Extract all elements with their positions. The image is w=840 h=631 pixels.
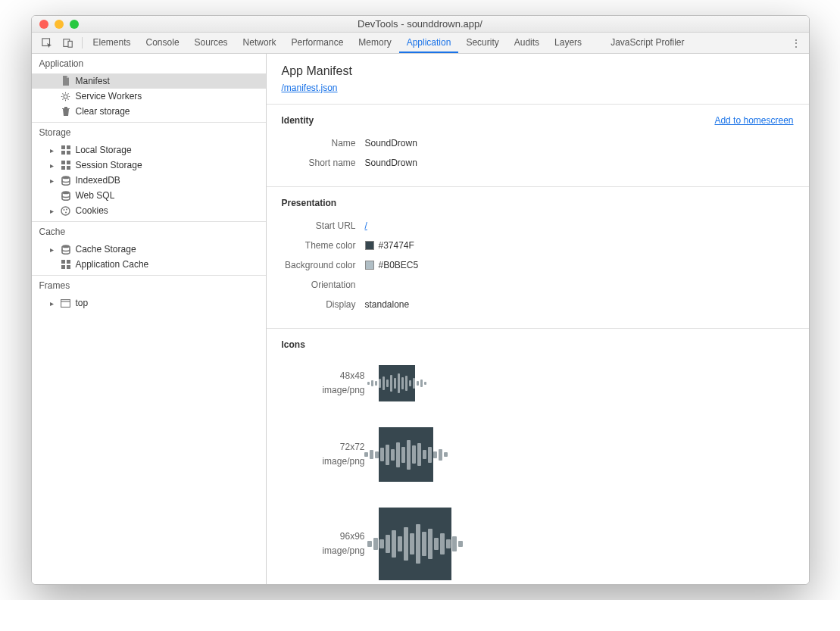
svg-rect-20 — [67, 260, 70, 264]
sidebar-item-clear-storage[interactable]: Clear storage — [32, 104, 266, 119]
icon-row-96x96: 96x96image/png — [282, 500, 794, 584]
separator — [82, 37, 83, 48]
svg-rect-19 — [61, 260, 65, 264]
app-icon-preview — [379, 365, 415, 401]
sidebar-item-cache-storage[interactable]: ▸Cache Storage — [32, 242, 266, 257]
grid-icon — [61, 160, 71, 170]
bg-swatch — [365, 261, 374, 270]
svg-rect-7 — [67, 151, 70, 155]
tab-security[interactable]: Security — [458, 33, 506, 53]
sidebar-item-label: Session Storage — [76, 160, 142, 170]
sidebar-header-application: Application — [32, 54, 266, 73]
sidebar-item-local-storage[interactable]: ▸Local Storage — [32, 142, 266, 158]
svg-rect-22 — [67, 265, 70, 269]
sidebar-item-session-storage[interactable]: ▸Session Storage — [32, 158, 266, 173]
app-icon-preview — [379, 508, 451, 580]
sidebar-item-label: Cookies — [76, 205, 108, 216]
sidebar-item-top[interactable]: ▸top — [32, 295, 266, 311]
minimize-button[interactable] — [55, 20, 64, 29]
zoom-button[interactable] — [70, 20, 79, 29]
tabstrip: ElementsConsoleSourcesNetworkPerformance… — [32, 33, 809, 54]
kv-label-theme: Theme color — [282, 240, 365, 251]
svg-rect-8 — [61, 161, 65, 164]
kv-value-name: SoundDrown — [365, 138, 417, 148]
sidebar-item-web-sql[interactable]: Web SQL — [32, 188, 266, 203]
window-title: DevTools - sounddrown.app/ — [32, 18, 809, 30]
app-icon-preview — [379, 427, 433, 482]
sidebar-group-storage: Storage ▸Local Storage▸Session Storage▸I… — [32, 123, 266, 222]
svg-rect-21 — [61, 265, 65, 269]
tab-elements[interactable]: Elements — [86, 33, 139, 53]
tab-sources[interactable]: Sources — [187, 33, 236, 53]
section-title-presentation: Presentation — [282, 198, 794, 208]
kv-value-shortname: SoundDrown — [365, 158, 417, 168]
close-button[interactable] — [39, 20, 48, 29]
svg-rect-4 — [61, 145, 65, 149]
kv-label-orientation: Orientation — [282, 280, 365, 290]
kv-value-bg: #B0BEC5 — [365, 260, 419, 270]
tab-javascript-profiler[interactable]: JavaScript Profiler — [603, 33, 692, 53]
start-url-link[interactable]: / — [365, 220, 367, 231]
svg-point-12 — [62, 176, 70, 179]
svg-point-18 — [62, 245, 70, 248]
kv-label-display: Display — [282, 299, 365, 310]
sidebar-item-label: Service Workers — [76, 91, 142, 102]
tab-console[interactable]: Console — [139, 33, 187, 53]
theme-swatch — [365, 241, 374, 250]
icon-row-48x48: 48x48image/png — [282, 358, 794, 420]
sidebar-item-label: Web SQL — [76, 190, 115, 201]
svg-point-17 — [65, 211, 67, 213]
section-title-identity: Identity — [282, 115, 715, 126]
application-sidebar: Application Manifest Service Workers — [32, 54, 267, 584]
add-to-homescreen-link[interactable]: Add to homescreen — [714, 115, 793, 126]
section-presentation: Presentation Start URL / Theme color #37… — [267, 187, 809, 329]
section-identity: Identity Add to homescreen Name SoundDro… — [267, 105, 809, 187]
tab-layers[interactable]: Layers — [547, 33, 589, 53]
grid-icon — [61, 145, 71, 155]
sidebar-group-frames: Frames ▸top — [32, 276, 266, 314]
tab-application[interactable]: Application — [399, 33, 459, 53]
sidebar-header-cache: Cache — [32, 222, 266, 242]
db-icon — [61, 244, 71, 255]
sidebar-item-manifest[interactable]: Manifest — [32, 73, 266, 89]
svg-rect-11 — [67, 166, 70, 170]
file-icon — [61, 76, 71, 86]
grid-icon — [61, 259, 71, 270]
sidebar-item-label: top — [76, 298, 89, 308]
tab-network[interactable]: Network — [236, 33, 284, 53]
svg-rect-2 — [68, 41, 72, 47]
tab-performance[interactable]: Performance — [284, 33, 351, 53]
svg-rect-5 — [67, 145, 70, 149]
kv-label-shortname: Short name — [282, 158, 365, 168]
svg-rect-10 — [61, 166, 65, 170]
sidebar-group-cache: Cache ▸Cache StorageApplication Cache — [32, 222, 266, 276]
svg-point-13 — [62, 191, 70, 194]
sidebar-header-storage: Storage — [32, 123, 266, 142]
gear-icon — [61, 91, 71, 102]
section-title-icons: Icons — [282, 339, 794, 350]
more-options-icon[interactable]: ⋮ — [789, 33, 804, 53]
sidebar-item-indexeddb[interactable]: ▸IndexedDB — [32, 173, 266, 188]
toggle-device-icon[interactable] — [58, 33, 79, 53]
sidebar-item-label: IndexedDB — [76, 175, 120, 186]
sidebar-item-cookies[interactable]: ▸Cookies — [32, 203, 266, 218]
sidebar-item-label: Application Cache — [76, 259, 149, 270]
icon-meta: 48x48image/png — [282, 369, 365, 398]
sidebar-group-application: Application Manifest Service Workers — [32, 54, 266, 123]
manifest-link[interactable]: /manifest.json — [282, 83, 338, 93]
sidebar-header-frames: Frames — [32, 276, 266, 295]
kv-label-name: Name — [282, 138, 365, 148]
trash-icon — [61, 106, 71, 117]
kv-label-bg: Background color — [282, 260, 365, 270]
sidebar-item-application-cache[interactable]: Application Cache — [32, 257, 266, 272]
frame-icon — [61, 298, 71, 308]
cookie-icon — [61, 205, 71, 216]
tab-memory[interactable]: Memory — [351, 33, 398, 53]
inspect-element-icon[interactable] — [36, 33, 58, 53]
svg-point-3 — [64, 95, 67, 98]
sidebar-item-label: Cache Storage — [76, 244, 136, 255]
tab-audits[interactable]: Audits — [507, 33, 547, 53]
sidebar-item-label: Manifest — [76, 76, 110, 86]
sidebar-item-service-workers[interactable]: Service Workers — [32, 89, 266, 104]
icon-row-72x72: 72x72image/png — [282, 420, 794, 500]
